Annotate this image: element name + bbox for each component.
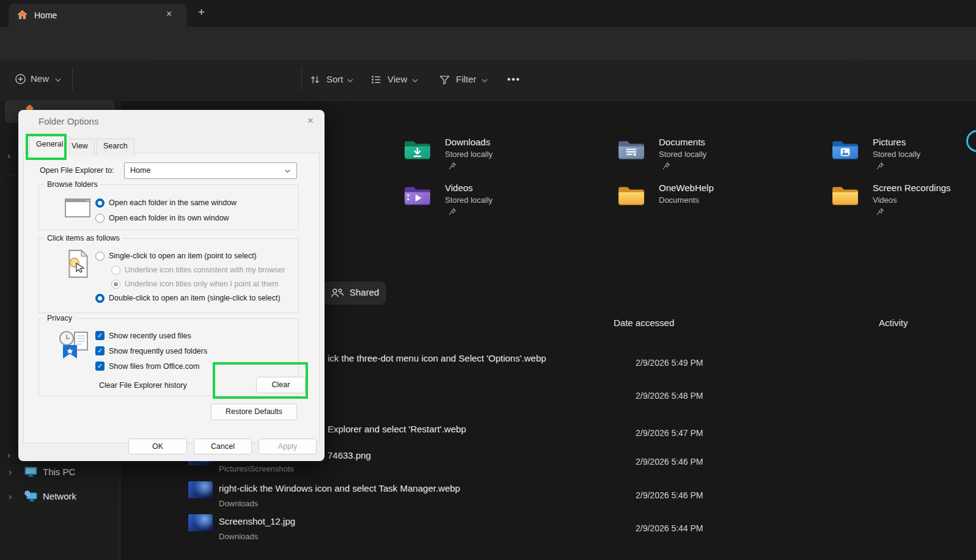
new-button[interactable]: New <box>15 71 66 89</box>
network-icon <box>24 490 37 504</box>
sidebar-item-this-pc[interactable]: › This PC <box>0 465 120 487</box>
filter-icon <box>439 74 450 85</box>
dialog-title: Folder Options <box>39 116 98 126</box>
see-more-icon[interactable]: ••• <box>507 74 521 84</box>
dialog-close-icon[interactable]: × <box>307 115 314 127</box>
browse-window-icon <box>64 195 92 222</box>
radio-single-click[interactable] <box>95 252 105 261</box>
sidebar-item-label: This PC <box>43 467 75 477</box>
column-header-date-accessed[interactable]: Date accessed <box>614 318 674 328</box>
pin-icon <box>876 208 884 219</box>
view-icon <box>370 74 382 85</box>
radio-same-window[interactable] <box>95 198 105 208</box>
downloads-folder-icon <box>403 138 431 165</box>
radio-underline-point[interactable] <box>111 280 120 289</box>
apply-button[interactable]: Apply <box>259 438 317 454</box>
tile-onewebhelp[interactable]: OneWebHelp Documents <box>617 181 819 222</box>
clear-history-label: Clear File Explorer history <box>99 381 187 390</box>
view-button[interactable]: View <box>370 71 422 89</box>
sidebar-item-label: Network <box>43 491 76 501</box>
sort-button[interactable]: Sort <box>309 71 358 89</box>
chevron-right-icon[interactable]: › <box>9 491 12 501</box>
tab-title: Home <box>34 10 57 20</box>
tab-search[interactable]: Search <box>97 139 134 156</box>
file-thumbnail <box>188 481 213 498</box>
click-pointer-icon <box>67 249 90 280</box>
toolbar-separator <box>72 68 73 91</box>
pin-icon <box>876 162 884 173</box>
browse-folders-group: Browse folders Open each folder in the s… <box>39 184 299 230</box>
tile-videos[interactable]: Videos Stored locally <box>403 181 605 222</box>
tile-downloads[interactable]: Downloads Stored locally <box>403 136 605 176</box>
tab-bar: Home × + <box>0 0 976 27</box>
sort-icon <box>309 74 321 85</box>
chevron-down-icon <box>412 79 418 83</box>
pin-icon <box>449 208 457 219</box>
chevron-down-icon <box>284 169 291 173</box>
new-tab-icon[interactable]: + <box>198 5 205 19</box>
column-header-activity[interactable]: Activity <box>879 318 908 328</box>
privacy-history-icon <box>58 330 91 362</box>
pictures-folder-icon <box>831 138 859 165</box>
folder-icon <box>831 184 859 211</box>
sidebar-expand-icon[interactable]: › <box>7 150 10 161</box>
folder-options-dialog: Folder Options × General View Search Ope… <box>18 110 325 461</box>
folder-icon <box>617 184 645 211</box>
shared-label: Shared <box>350 287 379 297</box>
tile-screen-recordings[interactable]: Screen Recordings Videos <box>831 181 976 222</box>
annotation-clear-button <box>213 362 308 399</box>
shared-section-button[interactable]: Shared <box>323 282 386 305</box>
tab-home[interactable]: Home × <box>9 4 187 27</box>
this-pc-icon <box>24 467 37 480</box>
checkbox-office-files[interactable]: ✓ <box>95 362 105 371</box>
chevron-down-icon <box>482 79 488 83</box>
annotation-general-tab <box>26 134 67 160</box>
group-title: Privacy <box>45 314 75 322</box>
home-tab-icon <box>17 10 28 23</box>
radio-underline-browser[interactable] <box>111 266 120 275</box>
group-title: Click items as follows <box>45 234 122 242</box>
sidebar-item-network[interactable]: › Network <box>0 490 120 512</box>
cancel-button[interactable]: Cancel <box>194 438 252 454</box>
radio-double-click[interactable] <box>95 294 105 303</box>
radio-own-window[interactable] <box>95 214 105 223</box>
pin-icon <box>662 162 670 173</box>
open-to-dropdown[interactable]: Home <box>124 162 297 179</box>
documents-folder-icon <box>617 138 645 165</box>
click-items-group: Click items as follows Single-click to o… <box>39 238 299 313</box>
toolbar-separator-2 <box>301 68 302 91</box>
videos-folder-icon <box>403 184 431 211</box>
filter-button[interactable]: Filter <box>439 71 491 89</box>
sidebar-expand-icon-2[interactable]: › <box>7 449 10 460</box>
people-icon <box>331 288 344 301</box>
chevron-down-icon <box>55 78 61 82</box>
restore-defaults-button[interactable]: Restore Defaults <box>211 404 297 420</box>
checkbox-frequent-folders[interactable]: ✓ <box>95 346 105 355</box>
chevron-down-icon <box>347 79 353 83</box>
open-to-value: Home <box>130 166 150 175</box>
pin-icon <box>449 162 457 173</box>
ok-button[interactable]: OK <box>128 438 187 454</box>
checkbox-recent-files[interactable]: ✓ <box>95 331 105 340</box>
tile-documents[interactable]: Documents Stored locally <box>617 136 819 176</box>
command-bar: New A Sort View Filter <box>0 59 976 101</box>
chevron-right-icon[interactable]: › <box>9 467 12 477</box>
tab-close-icon[interactable]: × <box>166 9 172 20</box>
open-to-label: Open File Explorer to: <box>40 166 114 175</box>
group-title: Browse folders <box>45 180 100 189</box>
navigation-bar: ← → ↑ ↻ › Home › Search Home <box>0 27 976 59</box>
file-thumbnail <box>188 514 213 531</box>
new-plus-icon <box>15 73 26 85</box>
tile-pictures[interactable]: Pictures Stored locally <box>831 136 976 176</box>
file-explorer-window: Home × + ← → ↑ ↻ › Home › Search Home Ne… <box>0 0 976 560</box>
